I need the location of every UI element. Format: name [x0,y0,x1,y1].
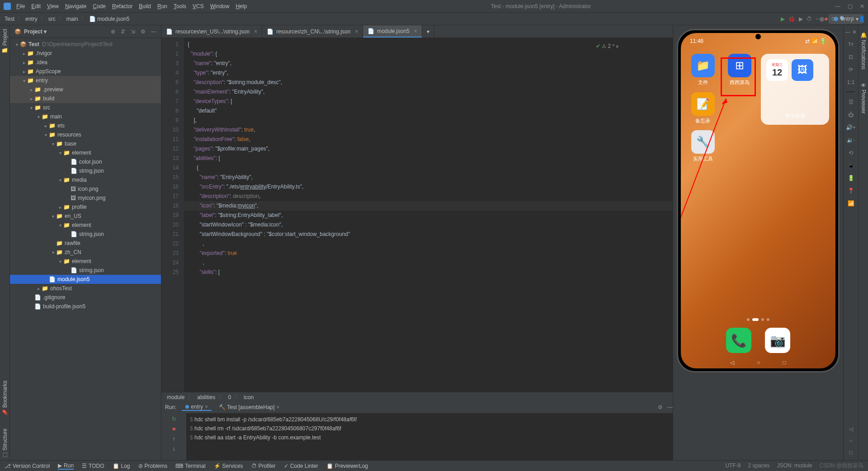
bottom-tool-previewerlog[interactable]: 📋PreviewerLog [326,463,368,469]
tree-item[interactable]: ▸📁.idea [10,58,161,67]
tree-item[interactable]: 📄build-profile.json5 [10,302,161,311]
notifications-tool-button[interactable]: 🔔 Notifications [860,30,867,71]
indent-label[interactable]: 2 spaces [748,462,769,469]
menu-build[interactable]: Build [139,3,151,9]
bottom-tool-run[interactable]: ▶Run [58,462,74,470]
menu-vcs[interactable]: VCS [193,3,204,9]
search-icon[interactable]: 🔍 [840,16,846,22]
wifi-icon[interactable]: 📶 [848,200,854,207]
gear-icon[interactable]: ⚙ [141,28,146,35]
tree-root[interactable]: ▾📦 Test D:\OpenHarmonyProject\Test [10,40,161,49]
tree-item[interactable]: 📄.gitignore [10,293,161,302]
editor-crumb-item[interactable]: abilities [197,394,215,400]
bottom-tool-profiler[interactable]: ⏱Profiler [251,463,276,469]
tree-item[interactable]: ▸📁AppScope [10,67,161,76]
project-view-select[interactable]: Project ▾ [24,28,47,35]
crumb-item[interactable]: entry [25,16,38,22]
zoom-fit-icon[interactable]: 1:1 [847,79,855,85]
tree-item[interactable]: 📄string.json [10,166,161,175]
tab-overflow[interactable]: ▾ [422,25,434,38]
tree-item[interactable]: 📄string.json [10,230,161,239]
tree-item[interactable]: ▸📁build [10,94,161,103]
tree-item[interactable]: ▾📁element [10,257,161,266]
menu-file[interactable]: File [16,3,25,9]
bottom-tool-todo[interactable]: ☰TODO [82,463,104,469]
run-icon[interactable]: ▶ [781,16,785,22]
locate-icon[interactable]: ⊕ [111,28,115,35]
menu-run[interactable]: Run [157,3,167,9]
tree-item[interactable]: 📄string.json [10,266,161,275]
tree-item[interactable]: ▾📁base [10,139,161,148]
rerun-icon[interactable]: ↻ [172,416,176,422]
tree-item[interactable]: ▾📁src [10,103,161,112]
tree-item[interactable]: ▾📁zh_CN [10,248,161,257]
tree-item[interactable]: ▾📁media [10,175,161,184]
code-editor[interactable]: ✔ ⚠ 2 ^ v 123456789101112131415161718192… [161,38,673,392]
bottom-tool-problems[interactable]: ⊘Problems [138,463,168,469]
nav-back-icon[interactable]: ◁ [849,426,853,432]
crumb-item[interactable]: Test [5,16,14,22]
sync-icon[interactable]: ⟳ [831,16,836,22]
coverage-icon[interactable]: ▶ [799,16,803,22]
tree-item[interactable]: ▾📁element [10,148,161,157]
crumb-item[interactable]: main [66,16,78,22]
tree-item[interactable]: ▸📁ets [10,121,161,130]
tree-item[interactable]: ▾📁element [10,221,161,230]
previewer-tool-button[interactable]: 👁 Previewer [860,80,867,116]
project-tool-button[interactable]: 📁 Project [2,27,8,56]
up-icon[interactable]: ↑ [173,436,175,442]
camera-app-icon[interactable]: 📷 [765,328,790,353]
tree-item[interactable]: ▸📁ohosTest [10,284,161,293]
vol-up-icon[interactable]: 🔊+ [846,124,856,131]
home-icon[interactable]: ○ [757,359,760,366]
structure-tool-button[interactable]: ⬚ Structure [2,427,8,460]
nav-recent-icon[interactable]: □ [849,449,852,456]
phone-app[interactable]: ⊞西西菜鸟 [724,54,756,87]
bottom-tool-log[interactable]: 📋Log [113,463,130,469]
crumb-item[interactable]: 📄 module.json5 [89,16,130,22]
editor-tab[interactable]: 📄resources\en_US\...\string.json× [161,25,262,38]
bottom-tool-code-linter[interactable]: ✓Code Linter [284,463,318,469]
back-icon[interactable]: ◁ [730,359,734,366]
tree-item[interactable]: 🖼icon.png [10,184,161,193]
stop-run-icon[interactable]: ■ [172,426,175,432]
menu-view[interactable]: View [47,3,59,9]
battery-icon[interactable]: 🔋 [848,175,854,181]
menu-icon[interactable]: ☰ [849,99,854,105]
location-icon[interactable]: 📍 [848,188,854,194]
crumb-item[interactable]: src [48,16,56,22]
collapse-icon[interactable]: ⇲ [131,28,135,35]
attach-icon[interactable]: ⋯ [816,16,821,22]
vol-down-icon[interactable]: 🔉- [847,137,855,143]
run-hide-icon[interactable]: ― [667,404,673,410]
tab-close-icon[interactable]: × [414,28,417,34]
run-gear-icon[interactable]: ⚙ [658,404,663,410]
tab-close-icon[interactable]: × [254,28,257,35]
phone-app-icon[interactable]: 📞 [726,328,751,353]
editor-tab[interactable]: 📄module.json5× [363,25,422,38]
down-icon[interactable]: ↓ [173,446,175,452]
tree-item[interactable]: ▾📁resources [10,130,161,139]
power-icon[interactable]: ⏻ [848,112,854,118]
widget-card[interactable]: 星期三 12 🖼 华为应用 [761,54,829,125]
tree-item[interactable]: 📄module.json5 [10,275,161,284]
menu-tools[interactable]: Tools [174,3,186,9]
menu-window[interactable]: Window [210,3,230,9]
tree-item[interactable]: ▾📁main [10,112,161,121]
code-body[interactable]: { "module": { "name": "entry", "type": "… [184,38,673,392]
tree-item[interactable]: ▸📁.hvigor [10,49,161,58]
project-tree[interactable]: ▾📦 Test D:\OpenHarmonyProject\Test ▸📁.hv… [10,38,161,460]
refresh-icon[interactable]: ⟳ [849,66,853,73]
menu-navigate[interactable]: Navigate [65,3,86,9]
inspect-icon[interactable]: ⊡ [849,54,853,60]
rotate-icon[interactable]: ⟲ [849,150,853,156]
lang-label[interactable]: JSON: module [777,462,812,469]
tree-item[interactable]: ▾📁en_US [10,212,161,221]
tree-item[interactable]: ▾📁entry [10,76,161,85]
menu-edit[interactable]: Edit [31,3,41,9]
phone-screen[interactable]: 11:46 ⇄ 📶 🔋 星期三 12 🖼 [681,33,835,368]
tree-item[interactable]: 📄color.json [10,157,161,166]
tab-close-icon[interactable]: × [355,28,358,35]
screenshot-icon[interactable]: 📱 [848,162,854,169]
editor-crumb-item[interactable]: module [167,394,184,400]
